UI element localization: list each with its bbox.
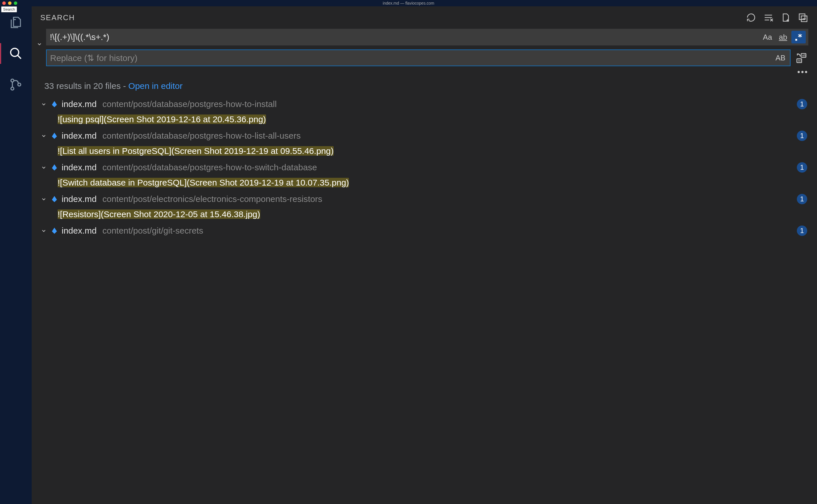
activity-explorer[interactable]: [8, 14, 24, 30]
search-input-value: !\[(.+)\]\((.*\s+.*): [50, 32, 109, 42]
file-path: content/post/electronics/electronics-com…: [102, 194, 794, 204]
regex-toggle[interactable]: [791, 31, 806, 43]
file-name: index.md: [62, 226, 97, 236]
match-highlight: ![using psql](Screen Shot 2019-12-16 at …: [58, 114, 266, 124]
maximize-window-button[interactable]: [14, 1, 17, 5]
file-group: index.mdcontent/post/database/postgres-h…: [35, 96, 814, 127]
file-header[interactable]: index.mdcontent/post/electronics/electro…: [35, 191, 814, 207]
clear-results-icon[interactable]: [763, 12, 774, 23]
activity-source-control[interactable]: [8, 77, 24, 93]
svg-text:ac: ac: [798, 58, 801, 62]
svg-point-0: [11, 48, 19, 56]
match-highlight: ![Resistors](Screen Shot 2020-12-05 at 1…: [58, 209, 260, 219]
collapse-all-icon[interactable]: [797, 12, 808, 23]
minimize-window-button[interactable]: [8, 1, 12, 5]
match-count-badge: 1: [797, 162, 807, 173]
match-highlight: ![Switch database in PostgreSQL](Screen …: [58, 178, 349, 187]
markdown-file-icon: [50, 195, 59, 203]
file-header[interactable]: index.mdcontent/post/database/postgres-h…: [35, 128, 814, 144]
file-header[interactable]: index.mdcontent/post/database/postgres-h…: [35, 96, 814, 112]
titlebar: index.md — flaviocopes.com: [0, 0, 817, 6]
open-in-editor-link[interactable]: Open in editor: [128, 81, 182, 91]
file-group: index.mdcontent/post/database/postgres-h…: [35, 128, 814, 158]
markdown-file-icon: [50, 100, 59, 108]
file-name: index.md: [62, 131, 97, 141]
svg-point-2: [11, 79, 14, 82]
search-input[interactable]: !\[(.+)\]\((.*\s+.*) Aa ab: [46, 29, 808, 45]
file-path: content/post/database/postgres-how-to-sw…: [102, 163, 794, 172]
file-group: index.mdcontent/post/database/postgres-h…: [35, 159, 814, 190]
match-line[interactable]: ![Switch database in PostgreSQL](Screen …: [35, 175, 814, 190]
search-panel: SEARCH: [32, 6, 817, 504]
activity-search[interactable]: [8, 45, 24, 62]
whole-word-toggle[interactable]: ab: [776, 31, 790, 43]
file-header[interactable]: index.mdcontent/post/database/postgres-h…: [35, 159, 814, 175]
chevron-down-icon: [40, 227, 47, 234]
file-path: content/post/git/git-secrets: [102, 226, 794, 236]
replace-placeholder: Replace (⇅ for history): [50, 53, 137, 63]
chevron-down-icon: [40, 164, 47, 171]
replace-input[interactable]: Replace (⇅ for history) AB: [46, 49, 791, 66]
refresh-icon[interactable]: [746, 12, 757, 23]
window-title: index.md — flaviocopes.com: [383, 1, 435, 5]
markdown-file-icon: [50, 163, 59, 172]
match-line[interactable]: ![Resistors](Screen Shot 2020-12-05 at 1…: [35, 207, 814, 222]
match-highlight: ![List all users in PostgreSQL](Screen S…: [58, 146, 334, 156]
markdown-file-icon: [50, 131, 59, 140]
search-tooltip: Search: [1, 6, 17, 12]
match-case-toggle[interactable]: Aa: [760, 31, 775, 43]
chevron-down-icon: [40, 101, 47, 108]
svg-line-1: [18, 55, 21, 59]
chevron-down-icon: [40, 196, 47, 203]
svg-text:ab: ab: [802, 53, 806, 57]
more-options-icon[interactable]: •••: [797, 67, 808, 77]
traffic-lights: [2, 1, 17, 5]
file-group: index.mdcontent/post/electronics/electro…: [35, 191, 814, 222]
replace-all-icon[interactable]: ab ac: [794, 49, 808, 66]
svg-point-3: [11, 87, 14, 90]
svg-point-4: [18, 83, 21, 86]
activity-bar: [0, 6, 32, 504]
match-line[interactable]: ![List all users in PostgreSQL](Screen S…: [35, 144, 814, 158]
file-path: content/post/database/postgres-how-to-in…: [102, 99, 794, 109]
match-count-badge: 1: [797, 99, 807, 109]
file-name: index.md: [62, 163, 97, 172]
match-count-badge: 1: [797, 131, 807, 141]
match-line[interactable]: ![using psql](Screen Shot 2019-12-16 at …: [35, 112, 814, 127]
preserve-case-toggle[interactable]: AB: [773, 51, 788, 64]
match-count-badge: 1: [797, 226, 807, 236]
file-path: content/post/database/postgres-how-to-li…: [102, 131, 794, 141]
close-window-button[interactable]: [2, 1, 6, 5]
file-header[interactable]: index.mdcontent/post/git/git-secrets1: [35, 223, 814, 239]
new-file-icon[interactable]: [780, 12, 791, 23]
svg-rect-15: [795, 39, 797, 41]
results-summary: 33 results in 20 files - Open in editor: [32, 77, 817, 93]
results-list: index.mdcontent/post/database/postgres-h…: [32, 93, 817, 504]
match-count-badge: 1: [797, 194, 807, 204]
toggle-replace-icon[interactable]: [35, 29, 44, 59]
panel-title: SEARCH: [40, 13, 746, 22]
file-group: index.mdcontent/post/git/git-secrets1: [35, 223, 814, 239]
file-name: index.md: [62, 99, 97, 109]
chevron-down-icon: [40, 132, 47, 139]
file-name: index.md: [62, 194, 97, 204]
markdown-file-icon: [50, 226, 59, 235]
